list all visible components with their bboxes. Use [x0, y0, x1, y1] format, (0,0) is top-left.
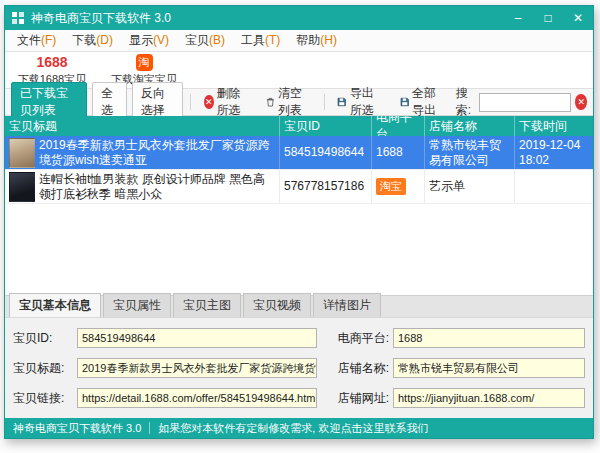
minimize-button[interactable]: –: [503, 6, 533, 30]
product-thumbnail: [9, 172, 35, 202]
product-platform: 1688: [376, 145, 403, 160]
product-thumbnail: [9, 138, 35, 168]
tab-video[interactable]: 宝贝视频: [243, 293, 311, 317]
header-time[interactable]: 下载时间: [515, 116, 593, 136]
status-app-name: 神奇电商宝贝下载软件 3.0: [13, 421, 141, 436]
app-icon: [11, 11, 25, 25]
menu-bar: 文件(F) 下载(D) 显示(V) 宝贝(B) 工具(T) 帮助(H): [5, 30, 593, 52]
status-separator: [149, 422, 150, 434]
item-id-field[interactable]: 584519498644: [77, 328, 317, 348]
toolbar-separator: [190, 94, 191, 110]
platform-field[interactable]: 1688: [393, 328, 585, 348]
table-empty-area: [5, 204, 593, 295]
item-link-field[interactable]: https://detail.1688.com/offer/5845194986…: [77, 388, 317, 408]
toolbar-separator: [324, 94, 325, 110]
menu-hotkey: (H): [320, 33, 337, 47]
action-toolbar: 已下载宝贝列表 全选 反向选择 ✕ 删除所选 清空列表 导出所选: [5, 89, 593, 116]
tab-basic-info[interactable]: 宝贝基本信息: [9, 293, 101, 317]
product-platform-badge: 淘宝: [376, 178, 406, 195]
menu-item-download[interactable]: 下载(D): [64, 30, 121, 51]
item-link-label: 宝贝链接:: [13, 390, 73, 407]
shop-url-field[interactable]: https://jianyjituan.1688.com/: [393, 388, 585, 408]
menu-item-item[interactable]: 宝贝(B): [177, 30, 233, 51]
clear-list-label: 清空列表: [278, 85, 311, 119]
item-title-field[interactable]: 2019春季新款男士风衣外套批发厂家货源跨境货源wish速卖通亚: [77, 358, 317, 378]
shop-name: 常熟市锐丰贸易有限公司: [429, 138, 510, 168]
status-bar: 神奇电商宝贝下载软件 3.0 如果您对本软件有定制修改需求, 欢迎点击这里联系我…: [5, 418, 593, 438]
tab-detail-images[interactable]: 详情图片: [313, 293, 381, 317]
product-title: 连帽长袖t恤男装款 原创设计师品牌 黑色高领打底衫秋季 暗黑小众: [39, 172, 275, 202]
item-id-label: 宝贝ID:: [13, 330, 73, 347]
menu-item-file[interactable]: 文件(F): [9, 30, 64, 51]
header-id[interactable]: 宝贝ID: [280, 116, 372, 136]
item-title-label: 宝贝标题:: [13, 360, 73, 377]
menu-hotkey: (T): [265, 33, 280, 47]
table-header: 宝贝标题 宝贝ID 电商平台 店铺名称 下载时间: [5, 116, 593, 136]
menu-hotkey: (D): [96, 33, 113, 47]
save-all-icon: [400, 95, 410, 109]
menu-label: 宝贝: [185, 33, 209, 47]
menu-item-help[interactable]: 帮助(H): [288, 30, 345, 51]
menu-label: 文件: [17, 33, 41, 47]
shop-name-label: 店铺名称:: [338, 360, 389, 377]
product-id: 584519498644: [284, 145, 364, 160]
search-input[interactable]: [479, 93, 571, 112]
menu-hotkey: (V): [153, 33, 169, 47]
app-window: 神奇电商宝贝下载软件 3.0 – □ ✕ 文件(F) 下载(D) 显示(V) 宝…: [4, 5, 594, 439]
shop-url-label: 店铺网址:: [338, 390, 389, 407]
tab-attributes[interactable]: 宝贝属性: [103, 293, 171, 317]
window-title: 神奇电商宝贝下载软件 3.0: [31, 10, 503, 27]
basic-info-panel: 宝贝ID: 584519498644 电商平台: 1688 宝贝标题: 2019…: [5, 317, 593, 418]
table-row[interactable]: 2019春季新款男士风衣外套批发厂家货源跨境货源wish速卖通亚 5845194…: [5, 136, 593, 170]
menu-label: 工具: [241, 33, 265, 47]
status-contact-link[interactable]: 如果您对本软件有定制修改需求, 欢迎点击这里联系我们: [158, 421, 428, 436]
shop-name-field[interactable]: 常熟市锐丰贸易有限公司: [393, 358, 585, 378]
product-title: 2019春季新款男士风衣外套批发厂家货源跨境货源wish速卖通亚: [39, 138, 275, 168]
logo-1688-icon: 1688: [36, 54, 67, 71]
download-time: 2019-12-04 18:02: [519, 138, 589, 168]
maximize-button[interactable]: □: [533, 6, 563, 30]
search-label: 搜索:: [456, 85, 476, 119]
platform-label: 电商平台:: [338, 330, 389, 347]
product-id: 576778157186: [284, 179, 364, 194]
menu-hotkey: (F): [41, 33, 56, 47]
detail-tabbar: 宝贝基本信息 宝贝属性 宝贝主图 宝贝视频 详情图片: [5, 295, 593, 317]
tab-main-images[interactable]: 宝贝主图: [173, 293, 241, 317]
menu-item-view[interactable]: 显示(V): [121, 30, 177, 51]
menu-label: 帮助: [296, 33, 320, 47]
delete-icon: ✕: [204, 95, 214, 109]
menu-item-tools[interactable]: 工具(T): [233, 30, 288, 51]
trash-icon: [266, 95, 275, 109]
clear-search-icon[interactable]: ✕: [575, 94, 587, 110]
export-all-label: 全部导出: [412, 85, 445, 119]
header-title[interactable]: 宝贝标题: [5, 116, 280, 136]
menu-hotkey: (B): [209, 33, 225, 47]
search-zone: 搜索: ✕: [456, 85, 587, 119]
header-shop[interactable]: 店铺名称: [425, 116, 515, 136]
export-selected-label: 导出所选: [350, 85, 383, 119]
product-table: 宝贝标题 宝贝ID 电商平台 店铺名称 下载时间 2019春季新款男士风衣外套批…: [5, 116, 593, 295]
menu-label: 显示: [129, 33, 153, 47]
shop-name: 艺示单: [429, 179, 465, 194]
close-button[interactable]: ✕: [563, 6, 593, 30]
menu-label: 下载: [72, 33, 96, 47]
delete-selected-label: 删除所选: [217, 85, 250, 119]
save-icon: [337, 95, 347, 109]
header-platform[interactable]: 电商平台: [372, 116, 425, 136]
table-row[interactable]: 连帽长袖t恤男装款 原创设计师品牌 黑色高领打底衫秋季 暗黑小众 5767781…: [5, 170, 593, 204]
taobao-logo-icon: 淘: [136, 54, 153, 71]
title-bar: 神奇电商宝贝下载软件 3.0 – □ ✕: [5, 6, 593, 30]
